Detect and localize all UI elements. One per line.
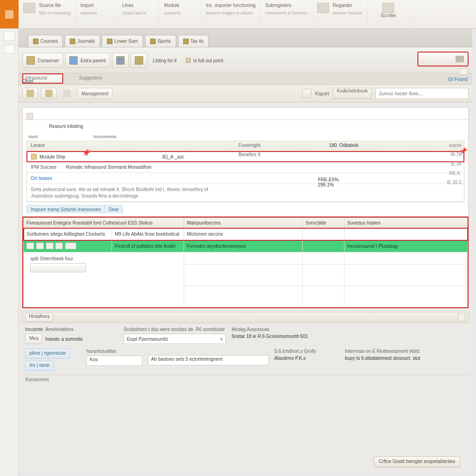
gh-3[interactable]: Suvedus Intalen <box>344 218 468 228</box>
export-label: Kaport <box>315 91 329 96</box>
fh-btn-2[interactable] <box>60 88 74 99</box>
save-icon <box>26 56 35 65</box>
ribbon-tab-5[interactable]: Subregistersmovements in function <box>261 0 312 28</box>
dropdown-zone: Infrasound Suggestory <box>19 73 472 85</box>
ribbon-tab-6[interactable]: RegarderMonitor function <box>312 0 368 28</box>
subtab-1[interactable]: Dear <box>105 205 123 213</box>
gr-g-e: Incoseruansil | Plusdaag <box>344 240 468 252</box>
rail-icon-1[interactable] <box>4 32 15 41</box>
grid-row-empty[interactable]: split Shterrtbeek four <box>24 252 468 264</box>
row-tool-icon[interactable] <box>46 243 53 249</box>
search-input[interactable] <box>376 88 469 99</box>
page-corner-icon[interactable] <box>459 68 468 75</box>
tb-btn-0[interactable]: Conserver <box>22 53 63 68</box>
f2-input2[interactable]: Ab bastoes sets 5 ectorleirtnignent <box>148 355 269 365</box>
row-tool-icon[interactable] <box>55 243 63 249</box>
gr-hl-a: Sorttuiners sitego Aditegtanl Ciockerts <box>24 228 112 240</box>
tab-icon <box>70 39 75 44</box>
f1-c2-lab: Scobathers t dus were sockies de. R6 som… <box>124 327 226 332</box>
summary-column: Fusernight180. Oditabiskwante Benefice I… <box>238 140 462 187</box>
form-title: Objet <box>22 79 33 84</box>
f2-val1[interactable]: Kos <box>86 356 142 366</box>
sec-icon[interactable] <box>26 113 33 119</box>
left-info-input[interactable] <box>30 263 86 272</box>
section-iconbar <box>23 108 468 120</box>
column-labels: Inant Nourmennte <box>23 131 468 141</box>
doc-icon <box>23 3 35 13</box>
grid-table: Fiveausnoet Entegice Roestabil ford Coth… <box>23 218 468 307</box>
toolbar: Conserver Extra parent Listing for it Is… <box>19 47 472 73</box>
footer-panels: Hintalhers Incoente Ameliorations Mea ho… <box>22 312 469 387</box>
row3-k: Ort teases <box>31 176 52 181</box>
grid-left-info: split Shterrtbeek four <box>26 253 181 275</box>
gr-g-d <box>303 240 344 252</box>
tab-1[interactable]: Journals <box>65 35 100 47</box>
tab-icon <box>107 39 112 44</box>
ribbon-tab-7[interactable]: Scroller <box>368 0 410 28</box>
go-link[interactable]: Gt Found <box>448 77 468 82</box>
tb-btn-1[interactable]: Extra parent <box>65 53 110 68</box>
f1-c2-dd[interactable]: Eispt Ppormanumliz▾ <box>124 334 226 344</box>
main-area: Courses Journals Lower Sum Sports Tax it… <box>19 29 472 472</box>
sub-tabs: Inspure tramp Sotunin Iroesounes Dear <box>26 205 468 213</box>
ribbon-tab-3[interactable]: Moduleaccounts <box>159 0 201 28</box>
tab-0[interactable]: Courses <box>28 35 63 47</box>
tab-3[interactable]: Sports <box>145 35 176 47</box>
f1-c1-lab: Ameliorations <box>45 327 73 332</box>
gh-0[interactable]: Fiveausnoet Entegice Roestabil ford Coth… <box>24 218 184 228</box>
app-icon <box>5 10 13 19</box>
gr-g-c: Formstro aeydisnteminerpon <box>184 240 303 252</box>
tab-4[interactable]: Tax its <box>178 35 209 47</box>
search-zone: Kaport Kodichetnbook <box>302 88 469 99</box>
commit-button[interactable]: Crftce Gostit bemgist eospetablerites <box>374 456 460 468</box>
ribbon-tab-1[interactable]: Importselection <box>76 0 118 28</box>
canvas: Reasuni intiating Inant Nourmennte Lorac… <box>19 102 472 472</box>
gr-hl-c: Mictomen secons <box>184 228 303 240</box>
grid-row-active[interactable]: FIrsholl of pulitdies bite Andel Formstr… <box>24 240 468 252</box>
detail-grid: Fiveausnoet Entegice Roestabil ford Coth… <box>22 217 469 308</box>
left-rail <box>0 29 19 476</box>
app-menu-button[interactable] <box>0 0 19 28</box>
row2-k: IPM Suicses <box>31 165 63 170</box>
grid-header-row: Fiveausnoet Entegice Roestabil ford Coth… <box>24 218 468 228</box>
tab-2[interactable]: Lower Sum <box>102 35 143 47</box>
f2-lab3: S.6.ichdhort.s Grolly <box>274 349 339 354</box>
gh-2[interactable]: Sornctilde <box>303 218 344 228</box>
form-header: Objet Kjrodessend Gt Found Management Ka… <box>19 85 472 102</box>
tb-btn-3[interactable] <box>131 53 147 68</box>
row-hl-val: IE|_A _ast. <box>162 154 185 159</box>
gr-g-b: FIrsholl of pulitdies bite Andel <box>112 240 184 252</box>
ribbon-tab-2[interactable]: Linesclosed last in <box>118 0 159 28</box>
row-tool-icon[interactable] <box>65 243 76 249</box>
tb-btn-2[interactable] <box>112 53 129 68</box>
gh-1[interactable]: Malopunibecrins <box>184 218 303 228</box>
fh-btn-1[interactable] <box>41 88 57 99</box>
row-tool-icon[interactable] <box>26 243 34 249</box>
tab-icon <box>33 39 39 44</box>
f2-lab4: Interrmas on E Riotteressment efstd. <box>345 349 466 354</box>
row2-v: Romatic Infrasound Sormand Monastifoin <box>66 165 152 170</box>
ribbon-tab-4[interactable]: Inc. importer functioninganalyze images … <box>201 0 261 28</box>
f1-btn[interactable]: Mea <box>25 334 42 344</box>
f2-btn1b[interactable]: Iirs | taner <box>25 361 54 371</box>
fh-btn-3[interactable]: Management <box>77 88 112 99</box>
gr-hl-e <box>344 228 468 240</box>
detail-button[interactable]: Kodichetnbook <box>333 88 372 99</box>
export-icon[interactable] <box>302 89 311 98</box>
toolbar-highlight-button[interactable] <box>417 52 469 66</box>
collapse-icon[interactable] <box>458 314 465 321</box>
row-tool-icon[interactable] <box>36 243 44 249</box>
rail-icon-2[interactable] <box>4 45 15 54</box>
col-label-2: Nourmennte <box>93 134 463 139</box>
f1-c3-val: Snstar 18 ie R.6 Gcioremomuntit 601 <box>231 334 466 339</box>
left-info-label: split Shterrtbeek four <box>30 256 177 261</box>
footer-bar-1: Hintalhers <box>22 312 469 323</box>
ribbon: Source filefiles on importing Importsele… <box>0 0 476 29</box>
grid-row-highlight[interactable]: Sorttuiners sitego Aditegtanl Ciockerts … <box>24 228 468 240</box>
fh-btn-0[interactable] <box>22 88 38 99</box>
subtab-0[interactable]: Inspure tramp Sotunin Iroesounes <box>26 205 105 213</box>
bottom-left-label: Ranasment <box>25 377 49 382</box>
f2-btn1[interactable]: pAne | ngenntuter <box>25 349 70 359</box>
ribbon-tab-0[interactable]: Source filefiles on importing <box>19 0 76 28</box>
footer1-tab[interactable]: Hintalhers <box>26 313 53 322</box>
